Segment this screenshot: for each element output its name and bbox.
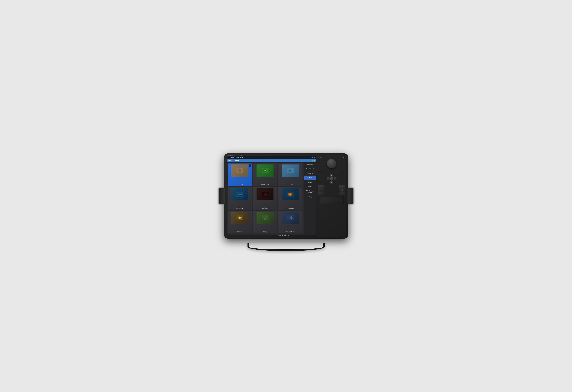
back-select-row: BACK SELECT [318,171,345,173]
num-btn-4[interactable]: 4 [339,192,345,196]
grid-item-nav-chart[interactable]: 2 Nav. Chart [228,164,252,186]
device-body: GPSMAP GPSMAP XSV GARMIN ← GPSMAP 1042xs… [224,153,348,239]
precipitation-label: Precipitation [278,208,302,209]
chart-grid: 2 Nav. Chart [227,162,304,235]
menu-label: MENU [318,169,322,170]
dpad-container: ▲ ▼ ◄ ► [318,173,345,184]
breadcrumb-text: Home - Charts [228,160,239,162]
thumb-fishing [257,212,273,224]
nav-chart-label: Nav. Chart [228,184,252,185]
forecast-label: Forecast [228,231,252,232]
svg-text:≋: ≋ [290,216,291,218]
focus-label: FOCUS [341,169,345,170]
signal-bar-3 [312,160,313,162]
thumb-forecast [231,212,248,224]
right-ear [348,188,353,204]
sidebar-radar[interactable]: Radar [304,184,316,189]
menu-focus-row: MENU FOCUS [318,169,345,170]
grid-item-3d-chart[interactable]: 3D Chart [278,164,302,186]
num-btn-1[interactable]: 1 [318,188,324,192]
radar-overlay-label: Radar Overlay [253,208,277,209]
topbar-title: GPSMAP 1042xsv [230,157,311,158]
fishing-label: Fishing [253,231,277,232]
dpad-up[interactable]: ▲ [330,174,333,177]
signal-icons: 📶 [311,160,315,162]
home-label: HOME [318,157,322,158]
sidebar-settings[interactable]: Settings [304,195,316,199]
svg-point-35 [264,219,266,220]
grid-item-sea-conditions[interactable]: ≋ Sea Conditions [278,211,302,233]
grid-item-precipitation[interactable]: Precipitation [278,187,302,210]
brand-text: GARMIN [277,234,290,237]
back-button[interactable]: ← [228,157,229,159]
signal-bar-2 [312,160,312,162]
screen-content: ← GPSMAP 1042xsv 📷 ⊞ Home - Charts 📶 [227,156,316,235]
dpad-left[interactable]: ◄ [327,177,330,180]
3d-chart-label: 3D Chart [278,184,302,185]
nav-info-button[interactable]: NAV INFO [318,185,324,188]
svg-point-20 [265,194,265,195]
touchpad[interactable] [319,196,344,204]
main-content: 2 Nav. Chart [227,162,316,235]
dpad-down[interactable]: ▼ [330,181,333,184]
main-knob[interactable] [327,159,336,168]
select-label: SELECT [340,171,345,173]
device: GPSMAP GPSMAP XSV GARMIN ← GPSMAP 1042xs… [224,153,348,239]
camera-icon: 📷 [311,157,313,158]
sidebar-charts[interactable]: Charts [304,176,316,180]
home-power-row: HOME ⏻ [318,156,345,158]
grid-item-radar-overlay[interactable]: Radar Overlay [253,187,277,210]
sidebar-av-gauges[interactable]: A/V, Gauges, Controls [304,189,316,195]
back-label: BACK [318,171,322,173]
screen-area: ← GPSMAP 1042xsv 📷 ⊞ Home - Charts 📶 [227,156,316,235]
grid-item-fish-eye-3d[interactable]: Fish Eye 3D [228,187,252,210]
num-btn-3[interactable]: 3 [318,192,324,196]
svg-rect-9 [289,171,290,172]
grid-item-forecast[interactable]: Forecast [228,211,252,233]
power-button[interactable]: ⏻ [343,156,345,158]
control-panel: HOME ⏻ MENU FOCUS BACK SELECT ▲ ▼ ◄ [317,155,346,237]
svg-point-27 [239,216,241,219]
wifi-indicator: 📶 [314,160,315,162]
num-buttons-row: 1 2 [318,188,345,192]
thumb-3d-chart [282,165,299,177]
num-btn-2[interactable]: 2 [339,188,345,192]
sidebar-smartmode[interactable]: SmartMode™ [304,167,316,171]
mark-sos-button[interactable]: MARK SOS [339,185,345,188]
dpad-center[interactable] [330,177,334,181]
svg-point-25 [288,193,290,195]
thumb-sea-conditions: ≋ [282,212,299,224]
grid-item-fishing[interactable]: Fishing [253,211,277,233]
sidebar-combos[interactable]: Combos [304,171,316,176]
right-sidebar: Favorites SmartMode™ Combos Charts Sonar… [304,162,316,235]
grid-item-fishing-chart[interactable]: Fishing Chart [253,164,277,186]
thumb-fish-eye [231,188,248,200]
nav-chart-badge: 2 [249,164,251,167]
dpad-right[interactable]: ► [334,177,336,180]
thumb-nav-chart [231,165,248,177]
sidebar-sonar[interactable]: Sonar [304,180,316,184]
svg-point-7 [265,170,266,170]
left-ear [219,188,225,204]
top-bar-icons: 📷 ⊞ [311,157,315,158]
num-buttons-row2: 3 4 [318,192,345,196]
fish-eye-3d-label: Fish Eye 3D [228,208,252,209]
svg-point-34 [265,218,266,218]
model-text: GPSMAP GPSMAP XSV [227,154,243,156]
fishing-chart-label: Fishing Chart [253,184,277,185]
top-bar: ← GPSMAP 1042xsv 📷 ⊞ [227,156,316,159]
signal-bar-1 [311,160,311,161]
svg-rect-10 [291,171,291,172]
thumb-radar-overlay [257,188,273,200]
breadcrumb-bar: Home - Charts 📶 [227,159,316,162]
sea-conditions-label: Sea Conditions [278,231,302,232]
sidebar-favorites[interactable]: Favorites [304,162,316,167]
dpad: ▲ ▼ ◄ ► [327,174,336,184]
thumb-precipitation [282,188,299,200]
grid-icon: ⊞ [314,157,315,158]
nav-mark-row: NAV INFO MARK SOS [318,185,345,188]
thumb-fishing-chart [257,165,273,177]
